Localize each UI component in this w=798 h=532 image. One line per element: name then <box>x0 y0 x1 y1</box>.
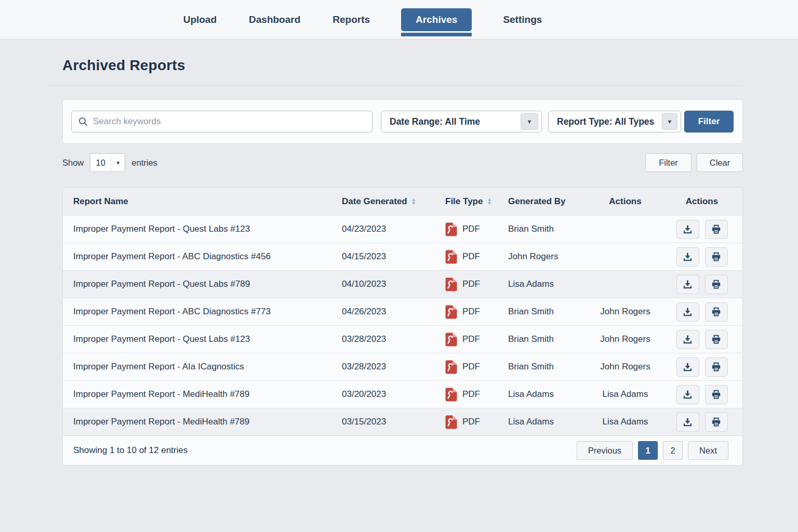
search-box[interactable] <box>71 111 373 132</box>
file-type-label: PDF <box>462 251 480 262</box>
column-header-actions-1: Actions <box>593 196 658 207</box>
date-generated-cell: 04/10/2023 <box>342 279 441 289</box>
list-controls: Show 10 ▼ entries Filter Clear <box>62 153 743 172</box>
page-size-select[interactable]: 10 ▼ <box>90 153 125 172</box>
column-header-date-generated[interactable]: Date Generated ▲▼ <box>342 196 441 207</box>
chevron-down-icon[interactable]: ▼ <box>662 113 677 130</box>
file-type-cell: PDF <box>441 222 508 236</box>
nav-group: Upload Dashboard Reports Archives Settin… <box>182 8 543 31</box>
pdf-file-icon <box>445 388 457 402</box>
filter-button[interactable]: Filter <box>684 111 734 132</box>
download-icon <box>682 362 694 373</box>
main-content: Archived Reports Date Range: All Time ▼ … <box>0 39 798 466</box>
action-by-cell: John Rogers <box>593 362 658 372</box>
report-name-cell: Improper Payment Report - AIa ICagnostic… <box>63 362 342 372</box>
download-button[interactable] <box>676 357 699 377</box>
table-row: Improper Payment Report - ABC Diagnostic… <box>63 243 742 270</box>
row-actions-cell <box>658 413 743 432</box>
report-name-cell: Improper Payment Report - MediHealth #78… <box>63 417 342 427</box>
previous-page-button[interactable]: Previous <box>577 441 633 460</box>
print-button[interactable] <box>705 330 728 349</box>
download-icon <box>682 334 694 345</box>
table-footer: Showing 1 to 10 of 12 entries Previous 1… <box>63 435 742 465</box>
sort-icon[interactable]: ▲▼ <box>487 198 491 205</box>
entries-label: entries <box>131 158 157 168</box>
filter-panel: Date Range: All Time ▼ Report Type: All … <box>62 99 743 144</box>
printer-icon <box>710 334 722 345</box>
nav-item-reports[interactable]: Reports <box>331 8 371 31</box>
date-generated-cell: 04/15/2023 <box>342 251 441 262</box>
report-name-cell: Improper Payment Report - Quest Labs #12… <box>63 334 342 344</box>
download-button[interactable] <box>676 330 699 349</box>
sort-icon[interactable]: ▲▼ <box>411 198 416 205</box>
date-generated-cell: 03/28/2023 <box>342 334 441 344</box>
download-icon <box>682 224 694 235</box>
pdf-file-icon <box>445 305 457 319</box>
file-type-label: PDF <box>462 362 480 372</box>
chevron-down-icon[interactable]: ▼ <box>521 113 538 130</box>
report-type-dropdown[interactable]: Report Type: All Types ▼ <box>548 111 681 132</box>
printer-icon <box>710 389 722 400</box>
pdf-file-icon <box>445 222 457 236</box>
row-actions-cell <box>658 247 743 267</box>
report-name-cell: Improper Payment Report - ABC Diagnostic… <box>63 251 342 262</box>
generated-by-cell: Lisa Adams <box>508 279 593 289</box>
nav-item-archives[interactable]: Archives <box>401 8 472 31</box>
table-body: Improper Payment Report - Quest Labs #12… <box>63 215 742 435</box>
pdf-file-icon <box>445 415 457 429</box>
date-range-dropdown[interactable]: Date Range: All Time ▼ <box>381 111 542 132</box>
column-header-file-type[interactable]: File Type ▲▼ <box>441 196 508 207</box>
nav-item-upload[interactable]: Upload <box>182 8 218 31</box>
download-button[interactable] <box>676 275 699 294</box>
date-range-label: Date Range: All Time <box>390 116 480 127</box>
file-type-label: PDF <box>462 224 480 234</box>
file-type-label: PDF <box>462 307 480 317</box>
row-actions-cell <box>658 220 743 239</box>
download-icon <box>682 389 694 400</box>
printer-icon <box>710 417 722 428</box>
clear-button[interactable]: Clear <box>697 153 743 172</box>
date-generated-cell: 03/15/2023 <box>342 417 441 427</box>
print-button[interactable] <box>705 302 728 322</box>
row-actions-cell <box>658 275 743 294</box>
print-button[interactable] <box>705 357 728 377</box>
printer-icon <box>710 279 722 290</box>
print-button[interactable] <box>705 413 728 432</box>
search-input[interactable] <box>93 116 366 127</box>
file-type-cell: PDF <box>441 388 508 402</box>
table-row: Improper Payment Report - Quest Labs #12… <box>63 325 742 353</box>
table-row: Improper Payment Report - ABC Diagnostic… <box>63 298 742 325</box>
page-button-1[interactable]: 1 <box>638 441 658 460</box>
print-button[interactable] <box>705 247 728 267</box>
row-actions-cell <box>658 330 743 349</box>
nav-item-settings[interactable]: Settings <box>502 8 543 31</box>
date-generated-cell: 03/20/2023 <box>342 389 441 400</box>
filter-secondary-button[interactable]: Filter <box>645 153 691 172</box>
top-nav: Upload Dashboard Reports Archives Settin… <box>0 0 798 39</box>
download-icon <box>682 417 694 428</box>
report-name-cell: Improper Payment Report - Quest Labs #12… <box>63 224 342 234</box>
print-button[interactable] <box>705 385 728 404</box>
download-button[interactable] <box>676 220 699 239</box>
download-icon <box>682 251 694 262</box>
entries-summary: Showing 1 to 10 of 12 entries <box>73 445 188 456</box>
action-by-cell: Lisa Adams <box>593 389 658 400</box>
next-page-button[interactable]: Next <box>688 441 728 460</box>
page-title: Archived Reports <box>62 57 743 74</box>
title-divider <box>47 85 743 86</box>
download-button[interactable] <box>676 385 699 404</box>
print-button[interactable] <box>705 220 728 239</box>
download-icon <box>682 279 694 290</box>
file-type-cell: PDF <box>441 250 508 264</box>
download-button[interactable] <box>676 413 699 432</box>
download-button[interactable] <box>676 302 699 322</box>
page-button-2[interactable]: 2 <box>663 441 683 460</box>
table-row: Improper Payment Report - Quest Labs #78… <box>63 270 742 298</box>
nav-item-dashboard[interactable]: Dashboard <box>248 8 301 31</box>
report-name-cell: Improper Payment Report - MediHealth #78… <box>63 389 342 400</box>
download-button[interactable] <box>676 247 699 267</box>
file-type-label: PDF <box>462 279 480 289</box>
print-button[interactable] <box>705 275 728 294</box>
pdf-file-icon <box>445 360 457 374</box>
table-row: Improper Payment Report - Quest Labs #12… <box>63 215 742 243</box>
